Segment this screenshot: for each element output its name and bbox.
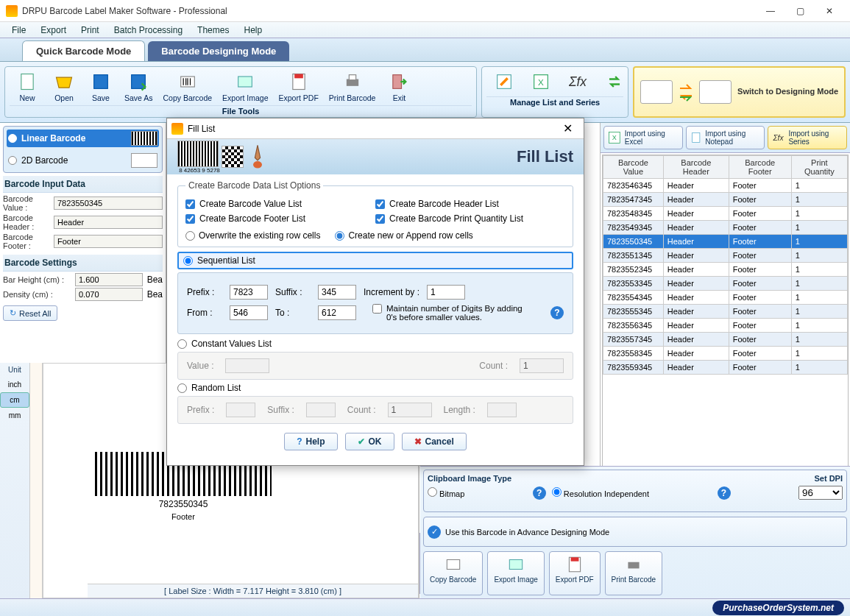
save-button[interactable]: Save <box>83 70 118 104</box>
svg-rect-8 <box>238 77 252 87</box>
exit-button[interactable]: Exit <box>381 70 417 104</box>
print-barcode-button[interactable]: Print Barcode <box>325 70 380 104</box>
manage-sigma-icon[interactable]: Σfx <box>560 70 595 95</box>
table-row[interactable]: 7823547345HeaderFooter1 <box>603 193 848 207</box>
table-row[interactable]: 7823551345HeaderFooter1 <box>603 249 848 263</box>
cancel-button[interactable]: ✖Cancel <box>402 433 467 450</box>
table-row[interactable]: 7823553345HeaderFooter1 <box>603 277 848 291</box>
table-row[interactable]: 7823552345HeaderFooter1 <box>603 263 848 277</box>
table-row[interactable]: 7823549345HeaderFooter1 <box>603 221 848 235</box>
app-icon <box>6 5 18 17</box>
bitmap-radio[interactable]: Bitmap <box>428 487 464 498</box>
table-row[interactable]: 7823557345HeaderFooter1 <box>603 333 848 347</box>
table-row[interactable]: 7823550345HeaderFooter1 <box>603 235 848 249</box>
menu-export[interactable]: Export <box>33 24 74 37</box>
export-pdf-big-button[interactable]: Export PDF <box>549 551 601 595</box>
print-barcode-big-button[interactable]: Print Barcode <box>605 551 663 595</box>
svg-text:Σfx: Σfx <box>773 134 785 142</box>
barcode-value-input[interactable] <box>54 197 163 210</box>
table-row[interactable]: 7823556345HeaderFooter1 <box>603 319 848 333</box>
switch-mode-button[interactable]: Switch to Designing Mode <box>633 66 846 118</box>
prefix-input[interactable] <box>230 285 268 300</box>
unit-cm[interactable]: cm <box>0 392 29 408</box>
suffix-input[interactable] <box>318 285 356 300</box>
import-series-button[interactable]: ΣfxImport using Series <box>768 126 847 149</box>
minimize-button[interactable]: — <box>756 1 785 21</box>
svg-rect-13 <box>393 75 402 89</box>
menu-help[interactable]: Help <box>236 24 269 37</box>
copy-barcode-button[interactable]: Copy Barcode <box>159 70 217 104</box>
manage-excel-icon[interactable]: X <box>523 70 559 95</box>
fill-list-dialog: Fill List ✕ 8 42653 9 5278 Fill List Cre… <box>166 118 584 466</box>
tab-designing-mode[interactable]: Barcode Designing Mode <box>148 41 289 61</box>
table-row[interactable]: 7823555345HeaderFooter1 <box>603 305 848 319</box>
create-qty-list-checkbox[interactable]: Create Barcode Print Quantity List <box>375 213 565 224</box>
barcode-header-input[interactable] <box>54 216 163 229</box>
manage-swap-icon[interactable] <box>597 70 632 95</box>
table-row[interactable]: 7823546345HeaderFooter1 <box>603 179 848 193</box>
rand-prefix-input <box>226 403 255 417</box>
menu-file[interactable]: File <box>4 24 33 37</box>
vertical-ruler <box>29 363 43 598</box>
sequential-list-radio[interactable]: Sequential List <box>177 252 573 269</box>
table-row[interactable]: 7823554345HeaderFooter1 <box>603 291 848 305</box>
menu-print[interactable]: Print <box>74 24 107 37</box>
menu-themes[interactable]: Themes <box>190 24 236 37</box>
menu-batch[interactable]: Batch Processing <box>107 24 190 37</box>
info-icon[interactable]: ? <box>718 486 731 500</box>
create-header-list-checkbox[interactable]: Create Barcode Header List <box>375 199 565 209</box>
increment-input[interactable] <box>427 285 465 300</box>
new-button[interactable]: New <box>10 70 45 104</box>
barcode-footer-input[interactable] <box>54 235 163 248</box>
maximize-button[interactable]: ▢ <box>785 1 815 21</box>
create-footer-list-checkbox[interactable]: Create Barcode Footer List <box>185 213 375 224</box>
input-data-header: Barcode Input Data <box>3 176 163 193</box>
bar-height-input[interactable] <box>75 273 143 286</box>
info-icon[interactable]: ? <box>533 486 546 500</box>
rand-count-spinner <box>388 403 432 417</box>
swap-arrows-icon <box>679 81 693 103</box>
close-button[interactable]: ✕ <box>815 1 844 21</box>
dpi-select[interactable]: 96 <box>798 486 843 500</box>
unit-mm[interactable]: mm <box>0 408 29 423</box>
table-row[interactable]: 7823548345HeaderFooter1 <box>603 207 848 221</box>
table-row[interactable]: 7823558345HeaderFooter1 <box>603 347 848 361</box>
export-image-big-button[interactable]: Export Image <box>487 551 544 595</box>
overwrite-radio[interactable]: Overwrite the existing row cells <box>185 230 320 241</box>
unit-header: Unit <box>0 363 29 377</box>
svg-rect-25 <box>570 557 578 561</box>
svg-rect-1 <box>94 75 108 89</box>
constant-list-radio[interactable]: Constant Values List <box>177 339 573 349</box>
advance-mode-button[interactable]: Use this Barcode in Advance Designing Mo… <box>445 528 609 537</box>
open-button[interactable]: Open <box>46 70 82 104</box>
random-list-radio[interactable]: Random List <box>177 383 573 393</box>
unit-inch[interactable]: inch <box>0 377 29 392</box>
res-independent-radio[interactable]: Resolution Independent <box>552 487 649 498</box>
to-input[interactable] <box>318 305 356 320</box>
import-notepad-button[interactable]: Import using Notepad <box>686 126 765 149</box>
2d-barcode-option[interactable]: 2D Barcode <box>7 152 159 169</box>
dialog-title: Fill List <box>188 124 556 134</box>
maintain-digits-checkbox[interactable] <box>372 304 382 314</box>
svg-rect-26 <box>628 562 639 569</box>
info-icon[interactable]: ? <box>550 306 564 319</box>
saveas-button[interactable]: Save As <box>120 70 157 104</box>
ok-button[interactable]: ✔OK <box>345 433 394 450</box>
brand-label: PurchaseOrderSystem.net <box>712 601 844 615</box>
append-radio[interactable]: Create new or Append row cells <box>335 230 472 241</box>
table-row[interactable]: 7823559345HeaderFooter1 <box>603 361 848 375</box>
reset-all-button[interactable]: ↻Reset All <box>3 305 57 321</box>
density-input[interactable] <box>75 288 143 301</box>
export-pdf-button[interactable]: Export PDF <box>275 70 323 104</box>
const-value-input <box>225 358 269 373</box>
export-image-button[interactable]: Export Image <box>218 70 272 104</box>
create-value-list-checkbox[interactable]: Create Barcode Value List <box>185 199 375 209</box>
dialog-close-button[interactable]: ✕ <box>556 121 579 135</box>
manage-edit-icon[interactable] <box>486 70 522 95</box>
from-input[interactable] <box>230 305 268 320</box>
help-button[interactable]: ?Help <box>284 433 337 450</box>
copy-barcode-big-button[interactable]: Copy Barcode <box>423 551 483 595</box>
linear-barcode-option[interactable]: Linear Barcode <box>7 130 159 147</box>
tab-quick-mode[interactable]: Quick Barcode Mode <box>22 40 145 61</box>
import-excel-button[interactable]: XImport using Excel <box>603 126 683 149</box>
